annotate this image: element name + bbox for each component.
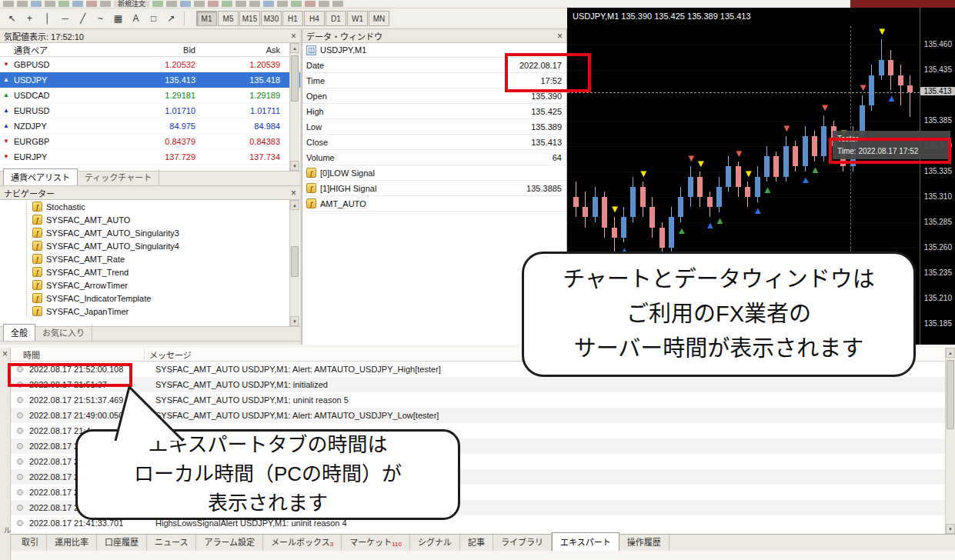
scroll-up-icon[interactable]: ▲ (290, 200, 299, 210)
market-watch-row[interactable]: ▲EURUSD1.017101.01711 (0, 103, 300, 118)
timeframe-m15-button[interactable]: M15 (239, 11, 260, 26)
zoom-in-icon[interactable] (222, 1, 232, 7)
market-watch-scrollbar[interactable]: ▲ ▼ (289, 43, 299, 171)
vertical-line-tool[interactable]: │ (38, 11, 56, 27)
zoom-out-icon[interactable] (235, 1, 246, 7)
tile-windows-icon[interactable] (249, 1, 260, 7)
market-watch-row[interactable]: ▼GBPUSD1.205321.20539 (0, 57, 300, 72)
horizontal-line-tool[interactable]: ─ (56, 11, 74, 27)
indicators-list-icon[interactable] (263, 1, 274, 7)
shapes-tool[interactable]: □ (145, 11, 162, 27)
autotrading-icon[interactable] (166, 1, 177, 7)
terminal-tab-active[interactable]: エキスパート (552, 532, 619, 551)
terminal-tab-item[interactable]: 操作履歴 (619, 533, 670, 551)
market-watch-row[interactable]: ▲USDCAD1.291811.29189 (0, 88, 300, 103)
crosshair-tool[interactable]: + (21, 11, 38, 27)
terminal-tab-item[interactable]: ライブラリ (493, 533, 552, 551)
market-watch-row[interactable]: ▼EURGBP0.843790.84383 (0, 134, 300, 149)
new-order-icon[interactable]: 新規注文 (114, 1, 149, 7)
terminal-tab-item[interactable]: 口座履歴 (97, 533, 147, 551)
candlestick-mode-icon[interactable] (180, 1, 191, 7)
timeframe-mn-button[interactable]: MN (369, 11, 389, 26)
navigator-item[interactable]: ƒSYSFAC_AMT_AUTO_Singularity4 (0, 239, 289, 252)
terminal-tab-item[interactable]: アラーム設定 (196, 533, 263, 551)
periods-icon[interactable] (277, 1, 288, 7)
profiles-icon[interactable] (31, 1, 42, 7)
timeframe-m1-button[interactable]: M1 (196, 11, 217, 26)
close-icon[interactable]: × (2, 349, 8, 358)
navigator-item[interactable]: ƒSYSFAC_JapanTimer (0, 305, 289, 318)
scroll-down-icon[interactable]: ▼ (290, 161, 299, 171)
help-icon[interactable] (319, 1, 329, 7)
terminal-tab-item[interactable]: 取引 (14, 533, 47, 551)
terminal-tab-item[interactable]: ニュース (147, 533, 196, 551)
terminal-tab-item[interactable]: マーケット110 (342, 533, 410, 551)
new-chart-icon[interactable] (3, 1, 14, 7)
column-symbol[interactable]: 通貨ペア (12, 44, 97, 56)
terminal-scrollbar[interactable]: ▲ ▼ (945, 348, 955, 534)
cursor-tool[interactable]: ↖ (3, 11, 21, 27)
scroll-up-icon[interactable]: ▲ (946, 348, 955, 358)
navigator-tab[interactable]: 全般 (3, 324, 35, 341)
column-bid[interactable]: Bid (97, 45, 195, 55)
text-tool[interactable]: A (127, 11, 145, 27)
scroll-down-icon[interactable]: ▼ (290, 316, 299, 326)
market-watch-tab[interactable]: 通貨ペアリスト (3, 168, 78, 185)
market-watch-tab[interactable]: ティックチャート (78, 169, 159, 185)
scroll-thumb[interactable] (947, 360, 954, 429)
market-watch-toggle-icon[interactable] (45, 1, 55, 7)
navigator-item[interactable]: ƒStochastic (0, 200, 289, 213)
timeframe-m30-button[interactable]: M30 (261, 11, 282, 26)
timeframe-m5-button[interactable]: M5 (218, 11, 239, 26)
callout-server-time: チャートとデータウィンドウはご利用のFX業者のサーバー時間が表示されます (522, 252, 916, 377)
fibonacci-tool[interactable]: ▦ (109, 11, 127, 27)
close-icon[interactable]: × (557, 32, 563, 41)
data-window-toggle-icon[interactable] (58, 1, 69, 7)
navigator-item[interactable]: ƒSYSFAC_AMT_Trend (0, 265, 289, 278)
navigator-item[interactable]: ƒSYSFAC_AMT_Rate (0, 252, 289, 265)
navigator-scrollbar[interactable]: ▲ ▼ (289, 200, 299, 326)
terminal-tab-item[interactable]: シグナル (410, 533, 460, 551)
market-watch-row[interactable]: ▲NZDJPY84.97584.984 (0, 118, 300, 134)
column-message[interactable]: メッセージ (145, 348, 192, 361)
scroll-up-icon[interactable]: ▲ (290, 43, 299, 53)
trendline-tool[interactable]: ╱ (74, 11, 92, 27)
navigator-item[interactable]: ƒSYSFAC_ArrowTimer (0, 278, 289, 292)
market-watch-header[interactable]: 通貨ペア Bid Ask (0, 43, 300, 57)
open-file-icon[interactable] (17, 1, 28, 7)
price-scale[interactable]: 135.460135.435135.385135.360135.335135.3… (920, 8, 955, 345)
column-time[interactable]: 時間 (11, 348, 145, 361)
terminal-tab-item[interactable]: 記事 (460, 533, 493, 551)
market-watch-row[interactable]: ▼EURJPY137.729137.734 (0, 149, 300, 165)
arrows-tool[interactable]: ↗ (162, 11, 180, 27)
navigator-item[interactable]: ƒSYSFAC_IndicatorTemplate (0, 292, 289, 305)
scroll-thumb[interactable] (291, 55, 299, 102)
navigator-toggle-icon[interactable] (72, 1, 83, 7)
timeframe-d1-button[interactable]: D1 (326, 11, 346, 26)
indicator-label: SYSFAC_JapanTimer (46, 307, 129, 316)
tab-label: 操作履歴 (627, 535, 661, 548)
expert-advisors-icon[interactable] (152, 1, 163, 7)
add-icon[interactable] (305, 1, 316, 7)
mail-icon[interactable] (332, 1, 343, 7)
terminal-tab-item[interactable]: メールボックス3 (263, 533, 342, 551)
scroll-thumb[interactable] (291, 246, 299, 277)
navigator-tab[interactable]: お気に入り (35, 325, 92, 341)
timeframe-h1-button[interactable]: H1 (282, 11, 303, 26)
scroll-down-icon[interactable]: ▼ (946, 524, 955, 534)
timeframe-h4-button[interactable]: H4 (304, 11, 325, 26)
market-watch-row[interactable]: ▲USDJPY135.413135.418 (0, 72, 300, 88)
channel-tool[interactable]: ~ (92, 11, 109, 27)
strategy-tester-icon[interactable] (100, 1, 111, 7)
templates-icon[interactable] (291, 1, 302, 7)
close-icon[interactable]: × (291, 188, 296, 198)
close-icon[interactable]: × (291, 32, 296, 41)
line-mode-icon[interactable] (208, 1, 219, 7)
terminal-tab-item[interactable]: 運用比率 (47, 533, 97, 551)
column-ask[interactable]: Ask (195, 45, 286, 55)
terminal-toggle-icon[interactable] (86, 1, 97, 7)
bar-mode-icon[interactable] (194, 1, 205, 7)
timeframe-w1-button[interactable]: W1 (347, 11, 368, 26)
navigator-item[interactable]: ƒSYSFAC_AMT_AUTO_Singularity3 (0, 226, 289, 239)
navigator-item[interactable]: ƒSYSFAC_AMT_AUTO (0, 213, 289, 226)
